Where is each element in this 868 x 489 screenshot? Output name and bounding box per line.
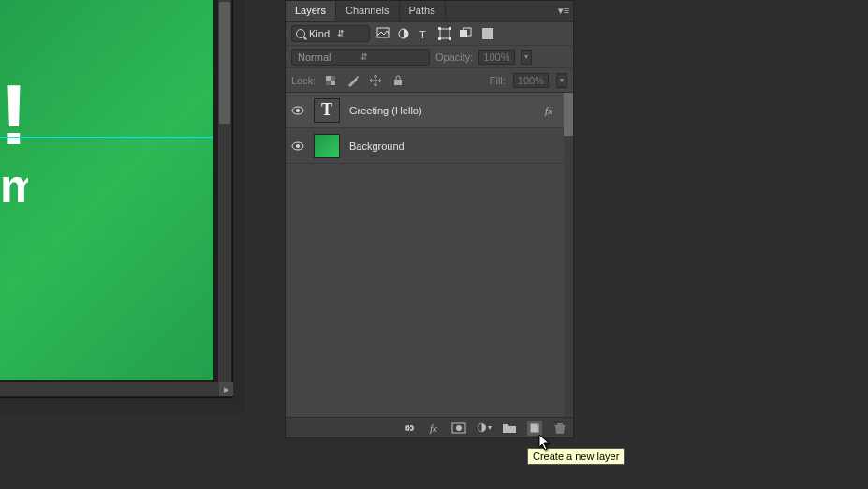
canvas-vscroll-thumb[interactable]: [219, 2, 230, 124]
layer-style-icon[interactable]: fx: [426, 421, 441, 436]
layer-thumbnail-text[interactable]: T: [314, 98, 340, 123]
canvas-inner: ! m ▸: [0, 0, 233, 398]
svg-rect-7: [449, 37, 451, 40]
opacity-value-input[interactable]: 100%: [478, 50, 514, 65]
chevron-down-icon: ⇵: [337, 29, 365, 38]
panel-menu-icon[interactable]: ▾≡: [554, 1, 573, 21]
svg-point-16: [296, 109, 300, 112]
delete-layer-icon[interactable]: [552, 421, 567, 436]
svg-rect-4: [438, 27, 441, 30]
layer-filter-row: Kind ⇵ T: [286, 22, 573, 46]
canvas-area: ! m ▸: [0, 0, 245, 414]
panel-tabs: Layers Channels Paths ▾≡: [286, 1, 573, 22]
blend-mode-row: Normal ⇵ Opacity: 100% ▾: [286, 46, 573, 68]
svg-rect-14: [394, 80, 402, 85]
canvas-vertical-scrollbar[interactable]: [218, 0, 231, 384]
lock-position-icon[interactable]: [368, 73, 383, 88]
svg-rect-10: [326, 76, 331, 81]
svg-rect-3: [440, 29, 449, 38]
canvas-text-fragment-top: !: [0, 67, 28, 147]
opacity-label: Opacity:: [435, 52, 473, 63]
layer-row[interactable]: Background: [286, 128, 573, 164]
filter-toggle-switch[interactable]: [482, 28, 493, 39]
canvas-text-fragment-bottom: m: [0, 159, 28, 215]
layers-vertical-scrollbar[interactable]: [564, 93, 573, 417]
visibility-toggle-icon[interactable]: [291, 104, 304, 117]
layers-vscroll-thumb[interactable]: [564, 93, 573, 136]
opacity-slider-toggle[interactable]: ▾: [521, 50, 532, 65]
adjustment-layer-icon[interactable]: ▾: [477, 421, 492, 436]
svg-point-20: [456, 425, 462, 431]
layers-list: T Greeting (Hello) fx ▾ Background: [286, 93, 573, 417]
blend-mode-value: Normal: [298, 52, 360, 63]
layer-name[interactable]: Background: [349, 141, 567, 152]
fill-slider-toggle[interactable]: ▾: [556, 73, 567, 88]
layer-group-icon[interactable]: [502, 421, 517, 436]
filter-adjustment-icon[interactable]: [396, 26, 411, 41]
layer-row[interactable]: T Greeting (Hello) fx ▾: [286, 93, 573, 128]
lock-pixels-icon[interactable]: [346, 73, 360, 88]
svg-rect-0: [377, 28, 389, 37]
chevron-down-icon: ⇵: [360, 52, 423, 62]
layers-panel: Layers Channels Paths ▾≡ Kind ⇵ T Normal…: [285, 0, 574, 438]
panel-footer: fx ▾: [286, 417, 573, 437]
svg-rect-6: [438, 37, 441, 40]
tab-layers[interactable]: Layers: [286, 1, 336, 21]
hscroll-right-arrow[interactable]: ▸: [219, 382, 233, 396]
lock-all-icon[interactable]: [390, 73, 405, 88]
tab-channels[interactable]: Channels: [336, 1, 399, 21]
canvas-horizontal-scrollbar[interactable]: ▸: [0, 382, 233, 396]
svg-text:T: T: [419, 29, 426, 40]
blend-mode-select[interactable]: Normal ⇵: [291, 49, 430, 66]
lock-row: Lock: Fill: 100% ▾: [286, 68, 573, 93]
lock-transparent-icon[interactable]: [323, 73, 338, 88]
svg-rect-13: [326, 81, 331, 85]
svg-rect-5: [449, 27, 451, 30]
layer-thumbnail-image[interactable]: [314, 134, 340, 158]
svg-rect-11: [331, 81, 335, 85]
layer-mask-icon[interactable]: [451, 421, 466, 436]
search-icon: [296, 29, 305, 38]
lock-label: Lock:: [291, 75, 316, 86]
link-layers-icon[interactable]: [401, 421, 416, 436]
visibility-toggle-icon[interactable]: [291, 140, 304, 153]
filter-type-icon[interactable]: T: [417, 26, 432, 41]
filter-shape-icon[interactable]: [437, 26, 452, 41]
filter-kind-select[interactable]: Kind ⇵: [291, 25, 370, 42]
document-canvas[interactable]: ! m: [0, 0, 213, 380]
svg-point-18: [296, 144, 300, 148]
filter-pixel-icon[interactable]: [375, 26, 390, 41]
svg-rect-12: [331, 76, 335, 81]
layer-fx-badge[interactable]: fx: [545, 105, 552, 116]
fill-value-input[interactable]: 100%: [513, 73, 549, 88]
filter-smartobject-icon[interactable]: [458, 26, 473, 41]
horizontal-guide[interactable]: [0, 137, 213, 138]
mouse-cursor-icon: [538, 434, 552, 451]
fill-label: Fill:: [490, 75, 506, 86]
layer-name[interactable]: Greeting (Hello): [349, 105, 536, 116]
tab-paths[interactable]: Paths: [400, 1, 446, 21]
filter-kind-label: Kind: [309, 28, 337, 39]
